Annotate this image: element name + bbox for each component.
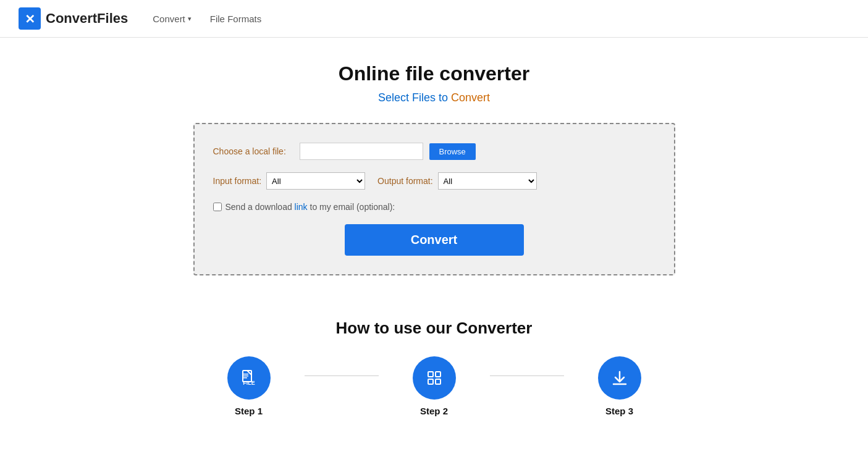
svg-rect-8	[436, 372, 440, 377]
how-to-section: How to use our Converter FILE Step 1	[181, 306, 688, 429]
svg-rect-10	[436, 379, 440, 384]
output-format-group: Output format: All	[377, 172, 536, 190]
chevron-down-icon: ▾	[188, 15, 192, 23]
email-label: Send a download link to my email (option…	[225, 202, 395, 212]
step-3-circle	[598, 356, 641, 400]
step-1-label: Step 1	[235, 406, 263, 416]
download-icon	[610, 368, 630, 388]
output-format-label: Output format:	[377, 176, 432, 186]
step-connector-2	[490, 375, 564, 376]
nav-convert[interactable]: Convert ▾	[153, 14, 192, 24]
file-upload-icon: FILE	[239, 368, 259, 388]
logo-text: ConvertFiles	[46, 10, 128, 27]
how-to-title: How to use our Converter	[336, 319, 533, 338]
converter-box: Choose a local file: Browse Input format…	[193, 123, 675, 275]
nav-convert-label: Convert	[153, 14, 185, 24]
svg-text:✕: ✕	[25, 12, 35, 26]
subtitle-to: to	[439, 91, 451, 104]
subtitle-select: Select	[378, 91, 412, 104]
step-3: Step 3	[564, 356, 675, 416]
step-3-label: Step 3	[605, 406, 633, 416]
nav-file-formats-label: File Formats	[210, 14, 261, 24]
email-checkbox[interactable]	[213, 203, 222, 211]
convert-button[interactable]: Convert	[345, 224, 524, 256]
step-connector-1	[305, 375, 379, 376]
nav-file-formats[interactable]: File Formats	[210, 14, 261, 24]
input-format-group: Input format: All	[213, 172, 366, 190]
svg-rect-7	[428, 372, 433, 377]
step-2-label: Step 2	[420, 406, 448, 416]
subtitle: Select Files to Convert	[378, 91, 490, 104]
browse-button[interactable]: Browse	[429, 143, 476, 160]
step-1: FILE Step 1	[193, 356, 305, 416]
svg-rect-3	[243, 374, 248, 375]
step-2-circle	[413, 356, 456, 400]
main-content: Online file converter Select Files to Co…	[0, 38, 868, 441]
nav: Convert ▾ File Formats	[153, 14, 261, 24]
file-input[interactable]	[300, 143, 423, 160]
subtitle-convert: Convert	[451, 91, 490, 104]
logo-icon: ✕	[19, 7, 41, 30]
file-label: Choose a local file:	[213, 146, 293, 156]
page-title: Online file converter	[339, 62, 529, 85]
header: ✕ ConvertFiles Convert ▾ File Formats	[0, 0, 868, 38]
step-1-circle: FILE	[227, 356, 271, 400]
convert-btn-wrapper: Convert	[213, 224, 655, 256]
svg-rect-5	[243, 377, 247, 379]
logo-area: ✕ ConvertFiles	[19, 7, 128, 30]
input-format-select[interactable]: All	[266, 172, 365, 190]
step-2: Step 2	[379, 356, 490, 416]
format-row: Input format: All Output format: All	[213, 172, 655, 190]
svg-rect-4	[243, 375, 248, 377]
svg-rect-9	[428, 379, 433, 384]
input-format-label: Input format:	[213, 176, 262, 186]
grid-icon	[424, 368, 444, 388]
svg-text:FILE: FILE	[243, 380, 255, 386]
output-format-select[interactable]: All	[438, 172, 537, 190]
email-row: Send a download link to my email (option…	[213, 202, 655, 212]
email-link[interactable]: link	[295, 202, 308, 212]
steps-row: FILE Step 1 Step 2	[193, 356, 675, 416]
subtitle-files: Files	[412, 91, 439, 104]
file-row: Choose a local file: Browse	[213, 143, 655, 160]
